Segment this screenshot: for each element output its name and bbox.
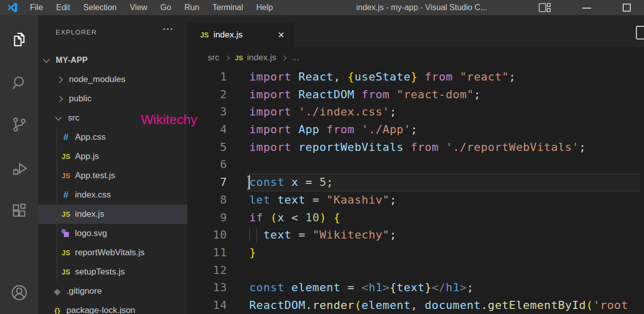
- root-folder-label: MY-APP: [56, 56, 88, 65]
- tree-item-index.css[interactable]: #index.css: [38, 185, 187, 205]
- line-number: 10: [187, 226, 227, 244]
- tree-item-reportWebVitals.js[interactable]: JSreportWebVitals.js: [38, 243, 187, 262]
- layout-toggle-icon[interactable]: [539, 3, 551, 13]
- code-line-6[interactable]: 6: [187, 156, 644, 174]
- code-text: }: [249, 244, 256, 262]
- menu-edit[interactable]: Edit: [50, 0, 77, 15]
- line-number: 7: [187, 174, 227, 191]
- code-line-14[interactable]: 14ReactDOM.render(element, document.getE…: [187, 297, 644, 314]
- activity-bar: [0, 15, 38, 314]
- line-number: 8: [187, 191, 227, 209]
- code-line-5[interactable]: 5import reportWebVitals from './reportWe…: [187, 139, 644, 156]
- menu-file[interactable]: File: [23, 0, 50, 15]
- run-debug-icon[interactable]: [0, 156, 38, 181]
- menu-go[interactable]: Go: [154, 0, 178, 15]
- tree-item-.gitignore[interactable]: ◆.gitignore: [38, 282, 187, 301]
- svg-file-icon: [60, 229, 71, 238]
- line-number: 5: [187, 139, 227, 156]
- js-file-icon: JS: [235, 54, 243, 62]
- code-area[interactable]: 1import React, {useState} from "react";2…: [187, 68, 644, 314]
- js-file-icon: JS: [200, 31, 209, 39]
- explorer-more-actions-icon[interactable]: ⋯: [162, 22, 174, 35]
- tree-item-App.js[interactable]: JSApp.js: [38, 147, 187, 166]
- breadcrumb-symbol[interactable]: ...: [292, 53, 299, 63]
- breadcrumb-folder[interactable]: src: [208, 53, 219, 63]
- search-icon[interactable]: [0, 70, 38, 95]
- file-label: setupTests.js: [75, 267, 125, 277]
- breadcrumb: src JS index.js ...: [187, 47, 644, 68]
- file-label: index.js: [75, 209, 104, 219]
- extensions-icon[interactable]: [0, 198, 38, 223]
- js-file-icon: JS: [60, 210, 71, 218]
- code-text: if (x < 10) {: [249, 209, 340, 227]
- code-line-2[interactable]: 2import ReactDOM from "react-dom";: [187, 86, 644, 104]
- code-line-8[interactable]: 8let text = "Kaashiv";: [187, 191, 644, 209]
- file-label: App.css: [75, 132, 105, 142]
- css-file-icon: #: [60, 190, 71, 201]
- code-text: let text = "Kaashiv";: [249, 191, 397, 209]
- minimize-button[interactable]: [582, 8, 591, 9]
- tab-index-js[interactable]: JS index.js ✕: [187, 23, 294, 47]
- vscode-logo-icon: [6, 2, 19, 14]
- line-number: 12: [187, 262, 227, 280]
- code-line-10[interactable]: 10 text = "Wikitechy";: [187, 226, 644, 244]
- code-line-7[interactable]: 7const x = 5;: [187, 174, 644, 191]
- window-title: index.js - my-app - Visual Studio C...: [356, 0, 487, 15]
- chevron-right-icon: [56, 76, 63, 83]
- code-text: const element = <h1>{text}</h1>;: [249, 279, 474, 297]
- tree-item-index.js[interactable]: JSindex.js: [38, 205, 187, 224]
- js-file-icon: JS: [60, 268, 71, 276]
- tab-label: index.js: [213, 30, 243, 40]
- main-area: EXPLORER ⋯ MY-APP node_modulespublicsrc#…: [0, 15, 644, 314]
- line-number: 1: [187, 68, 227, 86]
- code-line-9[interactable]: 9if (x < 10) {: [187, 209, 644, 227]
- tree-item-node_modules[interactable]: node_modules: [38, 70, 187, 89]
- source-control-icon[interactable]: [0, 112, 38, 137]
- menu-terminal[interactable]: Terminal: [206, 0, 249, 15]
- accounts-icon[interactable]: [0, 280, 38, 305]
- breadcrumb-file[interactable]: index.js: [247, 53, 277, 63]
- file-label: src: [68, 113, 80, 123]
- explorer-icon[interactable]: [0, 27, 38, 52]
- close-tab-icon[interactable]: ✕: [278, 30, 285, 41]
- editor-group: JS index.js ✕ src JS index.js ... 1impor…: [187, 15, 644, 314]
- file-label: package-lock.json: [66, 305, 135, 314]
- menu-selection[interactable]: Selection: [77, 0, 123, 15]
- tree-item-public[interactable]: public: [38, 89, 187, 108]
- code-line-1[interactable]: 1import React, {useState} from "react";: [187, 68, 644, 86]
- js-file-icon: JS: [60, 152, 71, 161]
- tree-item-App.css[interactable]: #App.css: [38, 128, 187, 147]
- code-line-12[interactable]: 12: [187, 262, 644, 280]
- code-text: const x = 5;: [249, 174, 333, 191]
- line-number: 14: [187, 297, 227, 314]
- chevron-down-icon: [55, 114, 62, 121]
- file-label: App.js: [75, 151, 99, 162]
- line-number: 6: [187, 156, 227, 174]
- tree-item-package-lock.json[interactable]: {}package-lock.json: [38, 301, 187, 314]
- editor-action-icon-partial[interactable]: [636, 26, 644, 40]
- css-file-icon: #: [60, 132, 71, 143]
- menu-view[interactable]: View: [123, 0, 154, 15]
- menu-bar: FileEditSelectionViewGoRunTerminalHelp: [23, 0, 280, 15]
- tree-item-logo.svg[interactable]: logo.svg: [38, 224, 187, 243]
- code-line-13[interactable]: 13const element = <h1>{text}</h1>;: [187, 279, 644, 297]
- chevron-right-icon: [224, 55, 230, 60]
- tree-item-setupTests.js[interactable]: JSsetupTests.js: [38, 262, 187, 282]
- code-text: import React, {useState} from "react";: [249, 68, 516, 86]
- menu-help[interactable]: Help: [250, 0, 280, 15]
- tree-item-App.test.js[interactable]: JSApp.test.js: [38, 166, 187, 185]
- code-line-11[interactable]: 11}: [187, 244, 644, 262]
- tree-root-my-app[interactable]: MY-APP: [38, 51, 187, 70]
- file-label: reportWebVitals.js: [75, 248, 144, 258]
- maximize-button[interactable]: [623, 4, 631, 12]
- code-text: ReactDOM.render(element, document.getEle…: [249, 297, 628, 314]
- code-line-4[interactable]: 4import App from './App';: [187, 121, 644, 139]
- ibeam-pointer-icon: [246, 176, 252, 189]
- file-label: public: [69, 94, 91, 104]
- line-number: 9: [187, 209, 227, 227]
- menu-run[interactable]: Run: [178, 0, 206, 15]
- chevron-right-icon: [282, 55, 287, 60]
- title-bar: FileEditSelectionViewGoRunTerminalHelp i…: [0, 0, 644, 15]
- code-line-3[interactable]: 3import './index.css';: [187, 103, 644, 121]
- line-number: 2: [187, 86, 227, 104]
